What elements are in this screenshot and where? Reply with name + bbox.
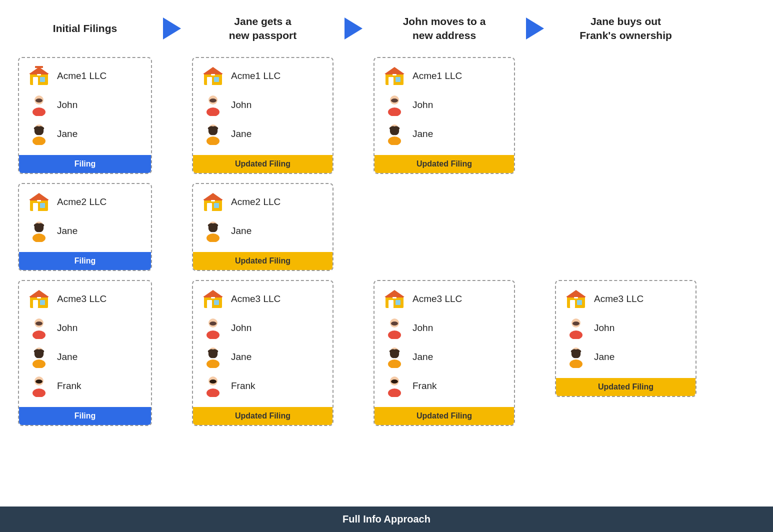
john-icon bbox=[382, 93, 406, 117]
svg-rect-6 bbox=[37, 74, 41, 76]
card-acme3-col1: Acme3 LLC John bbox=[189, 278, 336, 428]
layout-grid: Initial Filings Jane gets anew passport … bbox=[15, 10, 758, 428]
filing-btn-acme2-initial: Filing bbox=[19, 252, 151, 270]
row-spacer-0 bbox=[15, 176, 155, 181]
card-box: Acme1 LLC John bbox=[374, 57, 515, 174]
svg-rect-69 bbox=[211, 297, 215, 298]
store-icon bbox=[201, 287, 225, 311]
filing-btn-acme3-col2: Updated Filing bbox=[374, 407, 514, 425]
svg-point-74 bbox=[206, 360, 220, 368]
svg-point-88 bbox=[388, 360, 401, 368]
john-icon bbox=[201, 93, 225, 117]
card-acme3-initial: Acme3 LLC John bbox=[15, 278, 155, 428]
svg-point-85 bbox=[388, 330, 401, 339]
card-item-acme3: Acme3 LLC bbox=[27, 287, 143, 311]
card-body: Acme3 LLC John bbox=[19, 281, 151, 407]
svg-point-100 bbox=[572, 322, 580, 326]
svg-point-72 bbox=[210, 322, 216, 326]
store-icon bbox=[27, 190, 51, 214]
svg-marker-3 bbox=[29, 67, 49, 74]
row-spacer-0e bbox=[370, 176, 518, 181]
svg-rect-97 bbox=[574, 297, 578, 298]
card-item-john: John bbox=[382, 93, 506, 117]
svg-point-99 bbox=[570, 330, 582, 339]
card-item-jane: Jane bbox=[201, 345, 324, 369]
card-box: Acme3 LLC John bbox=[18, 280, 152, 426]
store-icon bbox=[201, 64, 225, 88]
empty-acme2-col2 bbox=[370, 181, 518, 273]
card-item-acme2: Acme2 LLC bbox=[201, 190, 324, 214]
svg-rect-28 bbox=[392, 74, 396, 76]
jane-icon bbox=[201, 345, 225, 369]
jane-label: Jane bbox=[57, 128, 78, 140]
row-spacer-0d bbox=[336, 176, 370, 181]
arrow-spacer-r2-1 bbox=[155, 181, 189, 273]
empty-acme1-col3 bbox=[552, 55, 700, 176]
svg-rect-13 bbox=[207, 77, 212, 85]
filing-btn-acme2-col1: Updated Filing bbox=[193, 252, 332, 270]
arrow-spacer-r3-1 bbox=[155, 278, 189, 428]
col0-title: Initial Filings bbox=[53, 22, 117, 36]
card-acme3-col2: Acme3 LLC John bbox=[370, 278, 518, 428]
card-acme1-john-addr: Acme1 LLC John bbox=[370, 55, 518, 176]
card-item-jane: Jane bbox=[27, 345, 143, 369]
card-acme2-initial: Acme2 LLC Jane bbox=[15, 181, 155, 273]
jane-icon bbox=[564, 345, 588, 369]
svg-rect-1 bbox=[33, 77, 38, 85]
card-item-frank: Frank bbox=[382, 374, 506, 398]
card-item-john: John bbox=[27, 316, 143, 340]
card-body: Acme3 LLC John bbox=[374, 281, 514, 407]
svg-rect-66 bbox=[214, 300, 219, 305]
arrow-spacer-r2-2 bbox=[336, 181, 370, 273]
card-body: Acme3 LLC John bbox=[193, 281, 332, 407]
arrow-header-2 bbox=[336, 10, 370, 55]
arrow-spacer-r1-3 bbox=[518, 55, 552, 176]
card-box: Acme3 LLC John bbox=[192, 280, 334, 426]
svg-rect-25 bbox=[396, 77, 400, 82]
frank-icon bbox=[382, 374, 406, 398]
john-icon bbox=[382, 316, 406, 340]
bottom-bar-label: Full Info Approach bbox=[342, 514, 430, 524]
jane-icon bbox=[382, 122, 406, 146]
svg-point-60 bbox=[32, 360, 46, 368]
svg-marker-26 bbox=[384, 67, 404, 74]
card-body: Acme2 LLC Jane bbox=[19, 184, 151, 252]
filing-btn-acme3-initial: Filing bbox=[19, 407, 151, 425]
svg-point-20 bbox=[210, 98, 216, 102]
svg-marker-45 bbox=[203, 193, 223, 200]
card-box: Acme1 LLC John bbox=[18, 57, 152, 174]
card-item-john: John bbox=[27, 93, 143, 117]
card-box: Acme1 LLC John bbox=[192, 57, 334, 174]
arrow-spacer-r2-3 bbox=[518, 181, 552, 273]
svg-point-9 bbox=[36, 98, 42, 102]
svg-rect-65 bbox=[207, 300, 212, 308]
header-col2: John moves to anew address bbox=[370, 10, 518, 55]
col2-title: John moves to anew address bbox=[403, 14, 486, 43]
svg-point-8 bbox=[32, 108, 46, 116]
arrow-icon-1 bbox=[163, 18, 181, 40]
svg-rect-36 bbox=[40, 203, 45, 208]
svg-marker-37 bbox=[29, 193, 49, 200]
svg-rect-51 bbox=[33, 300, 38, 308]
acme1-label: Acme1 LLC bbox=[57, 70, 106, 82]
row-spacer-0b bbox=[155, 176, 189, 181]
card-item-acme3: Acme3 LLC bbox=[382, 287, 506, 311]
bottom-bar: Full Info Approach bbox=[0, 506, 773, 532]
jane-icon bbox=[382, 345, 406, 369]
svg-point-71 bbox=[206, 330, 220, 339]
svg-rect-47 bbox=[211, 200, 215, 202]
store-icon bbox=[564, 287, 588, 311]
row-spacer-0c bbox=[189, 176, 336, 181]
svg-rect-35 bbox=[33, 203, 38, 211]
filing-btn-acme1-col2: Updated Filing bbox=[374, 155, 514, 173]
row-spacer-1c bbox=[189, 273, 336, 278]
header-col1: Jane gets anew passport bbox=[189, 10, 336, 55]
row-spacer-1g bbox=[552, 273, 700, 278]
filing-btn-acme3-col1: Updated Filing bbox=[193, 407, 332, 425]
store-icon bbox=[382, 287, 406, 311]
row-spacer-1d bbox=[336, 273, 370, 278]
svg-point-63 bbox=[36, 380, 42, 384]
arrow-header-1 bbox=[155, 10, 189, 55]
row-spacer-1 bbox=[15, 273, 155, 278]
arrow-header-3 bbox=[518, 10, 552, 55]
